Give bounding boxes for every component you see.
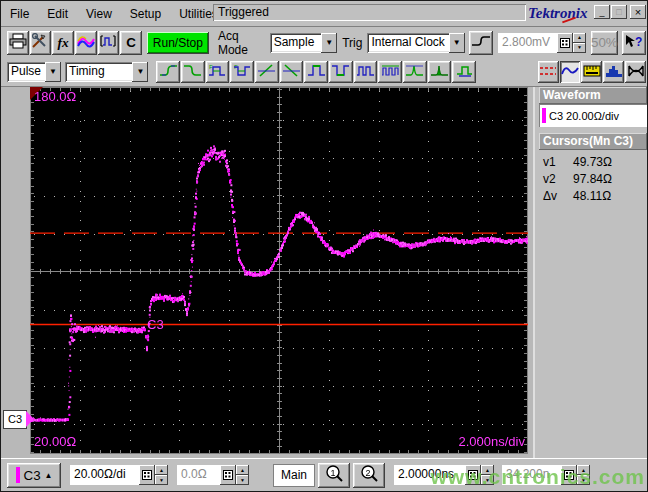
clear-data-button[interactable]: C (120, 31, 142, 55)
keypad-icon[interactable] (139, 465, 155, 485)
trigger-slope-button[interactable] (469, 31, 493, 55)
vertical-offset-field[interactable]: 0.0Ω ▲▼ (177, 465, 249, 485)
acq-mode-label: Acq Mode (218, 29, 265, 57)
pulse-bracket-icon (99, 34, 117, 51)
waveform-display-button[interactable] (560, 61, 581, 83)
graticule-area (30, 87, 528, 454)
histogram-button[interactable] (603, 61, 624, 83)
spin-up-icon[interactable]: ▲ (236, 465, 249, 475)
channel-marker-arrow-icon (26, 411, 34, 427)
measure-rise-time-button[interactable] (156, 61, 180, 83)
measure-positive-overshoot-button[interactable] (403, 61, 427, 83)
pulse-source-button[interactable] (98, 31, 120, 55)
chevron-down-icon[interactable]: ▼ (45, 62, 61, 82)
spin-up-icon[interactable]: ▲ (577, 465, 590, 475)
measure-positive-crossing-button[interactable] (255, 61, 279, 83)
spin-up-icon[interactable]: ▲ (573, 33, 586, 43)
burst-width-icon (356, 63, 375, 81)
measure-burst-width-button[interactable] (354, 61, 378, 83)
trigger-status-field: Triggered (213, 4, 526, 21)
cursor-dv-label: Δv (543, 189, 557, 203)
frequency-icon (381, 63, 400, 81)
vertical-top-label: 180.0Ω (34, 89, 76, 104)
cursor-dv-value: 48.11Ω (573, 189, 611, 203)
math-button[interactable]: fx (52, 31, 74, 55)
cursors-panel-header: Cursors(Mn C3) (539, 133, 647, 150)
set-to-50pct-button[interactable]: 50% (591, 31, 618, 55)
ruler-icon (583, 64, 601, 81)
menu-view[interactable]: View (77, 4, 121, 24)
measurement-readout-button[interactable] (581, 61, 602, 83)
help-arrow-icon: ? (624, 34, 644, 52)
channel-select-button[interactable]: C3 ▲ (7, 463, 61, 488)
context-help-button[interactable]: ? (622, 31, 646, 55)
svg-text:1: 1 (331, 468, 336, 478)
menu-edit[interactable]: Edit (38, 4, 77, 24)
spin-down-icon[interactable]: ▼ (155, 475, 168, 485)
low-level-icon (331, 63, 350, 81)
magnify-view-1-button[interactable]: 1 (318, 463, 350, 488)
keypad-icon[interactable] (557, 33, 573, 53)
trigger-source-select[interactable]: Internal Clock ▼ (367, 33, 464, 53)
keypad-icon[interactable] (561, 465, 577, 485)
measure-negative-width-button[interactable]: F (230, 61, 254, 83)
channel-reference-marker[interactable]: C3 (3, 410, 27, 429)
menu-setup[interactable]: Setup (121, 4, 170, 24)
cursors-button[interactable] (538, 61, 559, 83)
cursor-v2-label: v2 (543, 172, 556, 186)
scope-application-window: File Edit View Setup Utilities Help Trig… (0, 0, 648, 492)
menu-file[interactable]: File (1, 4, 38, 24)
run-stop-button[interactable]: Run/Stop (147, 32, 209, 54)
svg-text:?: ? (635, 35, 642, 49)
measure-negative-crossing-button[interactable] (280, 61, 304, 83)
waveform-database-button[interactable] (75, 31, 97, 55)
horizontal-delay-field[interactable]: 34.200n ▲▼ (502, 465, 590, 485)
keypad-icon[interactable] (465, 465, 481, 485)
negative-width-icon: F (233, 63, 252, 81)
waveform-plot[interactable] (30, 87, 528, 454)
chevron-down-icon[interactable]: ▼ (449, 33, 465, 53)
horizontal-scale-field[interactable]: 2.00000ns ▲▼ (394, 465, 494, 485)
measure-top-base-button[interactable] (452, 61, 476, 83)
keypad-icon[interactable] (220, 465, 236, 485)
measure-fall-time-button[interactable] (181, 61, 205, 83)
close-button[interactable]: × (630, 5, 646, 19)
measure-positive-width-button[interactable]: F (206, 61, 230, 83)
trace-color-chip (542, 108, 546, 123)
readout-panel: Waveform C3 20.00Ω/div Cursors(Mn C3) v1… (533, 87, 648, 458)
vertical-bottom-label: 20.00Ω (34, 434, 76, 449)
cursor-row-dv: Δv 48.11Ω (543, 189, 647, 203)
spin-down-icon[interactable]: ▼ (236, 475, 249, 485)
cursor-v1-label: v1 (543, 155, 556, 169)
measure-frequency-button[interactable] (378, 61, 402, 83)
high-level-icon (307, 63, 326, 81)
trigger-level-field[interactable]: 2.800mV ▲▼ (498, 33, 586, 53)
chevron-down-icon[interactable]: ▼ (132, 62, 148, 82)
waveform-list-entry[interactable]: C3 20.00Ω/div (549, 110, 619, 122)
waveform-list[interactable]: C3 20.00Ω/div (539, 104, 647, 127)
spin-down-icon[interactable]: ▼ (573, 43, 586, 53)
positive-crossing-icon (257, 63, 276, 81)
trig-label: Trig (342, 36, 362, 50)
chevron-down-icon[interactable]: ▼ (321, 33, 337, 53)
spin-down-icon[interactable]: ▼ (481, 475, 494, 485)
spin-up-icon[interactable]: ▲ (481, 465, 494, 475)
signal-type-select[interactable]: Pulse ▼ (7, 62, 61, 82)
measure-category-select[interactable]: Timing ▼ (65, 62, 148, 82)
print-button[interactable] (7, 31, 29, 55)
setup-dialogs-button[interactable] (30, 31, 52, 55)
measure-low-button[interactable] (329, 61, 353, 83)
cursor-row-v1: v1 49.73Ω (543, 155, 647, 169)
timebase-view-selector[interactable]: Main (273, 464, 315, 487)
measure-high-button[interactable] (304, 61, 328, 83)
eye-diagram-button[interactable] (625, 61, 646, 83)
fx-icon: fx (58, 35, 69, 51)
acq-mode-select[interactable]: Sample ▼ (270, 33, 338, 53)
magnify-view-2-button[interactable]: 2 (353, 463, 385, 488)
maximize-button[interactable]: □ (611, 5, 627, 19)
vertical-scale-field[interactable]: 20.00Ω/di ▲▼ (70, 465, 168, 485)
minimize-button[interactable]: _ (594, 5, 610, 19)
spin-up-icon[interactable]: ▲ (155, 465, 168, 475)
measure-area-button[interactable] (428, 61, 452, 83)
spin-down-icon[interactable]: ▼ (577, 475, 590, 485)
